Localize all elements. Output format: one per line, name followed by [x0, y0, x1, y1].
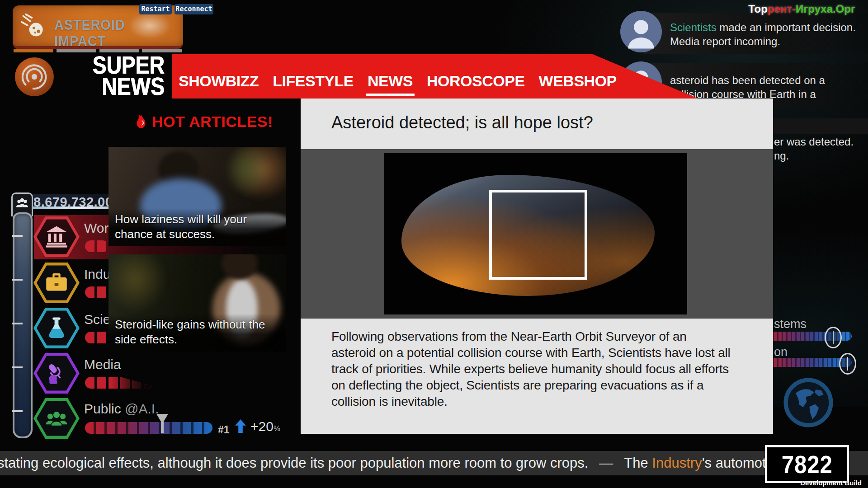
dev-build-label: Development Build [800, 479, 862, 487]
notification-line: Media report incoming. [670, 34, 856, 48]
site-watermark: Торрент-Игруха.Орг [748, 3, 855, 15]
article-headline-panel: Asteroid detected; is all hope lost? [301, 99, 773, 149]
microphone-icon [36, 355, 77, 392]
faction-handle: @A.I. [125, 401, 159, 416]
tab-news[interactable]: NEWS [368, 72, 413, 90]
ticker-separator: — [599, 455, 613, 471]
hot-articles-title: HOT ARTICLES! [152, 113, 273, 131]
population-gauge [13, 212, 33, 438]
faction-label-media: Media [84, 357, 121, 372]
watermark-part: рент- [768, 3, 796, 15]
flame-icon [135, 113, 147, 131]
notification-text-3b: ng. [774, 149, 789, 163]
notification-line: made an important decision. [717, 21, 856, 33]
faction-label-public: Public @A.I. [84, 401, 159, 417]
faction-hex-media[interactable] [33, 352, 80, 395]
briefcase-icon [36, 264, 77, 301]
game-screen: Scientists made an important decision. M… [0, 0, 868, 488]
tab-showbizz[interactable]: SHOWBIZZ [179, 72, 259, 90]
article-body-text: Following observations from the Near-Ear… [331, 328, 734, 410]
supernews-logo-text[interactable]: SUPER NEWS [87, 55, 165, 97]
user-avatar-icon [620, 11, 662, 52]
gauge-tick [12, 366, 23, 368]
notification-line: asteroid has been detected on a [670, 73, 825, 87]
objective-progress-segment [99, 49, 139, 52]
tab-lifestyle[interactable]: LIFESTYLE [273, 72, 354, 90]
notification-text-3: er was detected. [774, 135, 854, 149]
article-image-band [301, 149, 773, 319]
news-nav-tabs: SHOWBIZZ LIFESTYLE NEWS HOROSCOPE WEBSHO… [179, 72, 617, 90]
watermark-part: Игруха.Орг [796, 3, 855, 15]
faction-name: Public [84, 401, 121, 416]
news-ticker: stating ecological effects, although it … [0, 451, 868, 475]
tab-webshop[interactable]: WEBSHOP [539, 72, 617, 90]
faction-hex-public[interactable] [33, 397, 80, 440]
notification-actor: Scientists [670, 21, 717, 33]
slider-label-1: stems [774, 317, 807, 331]
ticker-text: stating ecological effects, although it … [0, 455, 795, 471]
article-headline: Asteroid detected; is all hope lost? [331, 113, 593, 132]
reconnect-button[interactable]: Reconnect [175, 4, 213, 14]
slider-label-2: on [774, 345, 788, 359]
gauge-tick [12, 323, 23, 324]
trend-up-icon [235, 419, 246, 433]
watermark-part: Тор [748, 3, 767, 15]
faction-hex-scientists[interactable] [33, 306, 80, 350]
article-body-panel: Following observations from the Near-Ear… [301, 319, 773, 434]
article-caption: How laziness will kill your chance at su… [108, 208, 286, 246]
slider-handle-2[interactable] [839, 353, 856, 375]
public-opinion-bar [85, 422, 212, 434]
article-card-laziness[interactable]: How laziness will kill your chance at su… [108, 147, 286, 246]
flask-icon [36, 310, 77, 347]
trend-unit: % [274, 424, 280, 433]
gauge-tick [12, 410, 23, 412]
article-card-steroid[interactable]: Steroid-like gains without the side effe… [108, 254, 286, 352]
target-square-marker [489, 190, 587, 280]
ticker-highlight: Industry [652, 455, 702, 471]
gauge-tick [12, 279, 23, 281]
hot-articles-heading: HOT ARTICLES! [135, 113, 273, 131]
score-counter: 7822 [781, 450, 832, 479]
objective-progress-segment [57, 49, 96, 52]
globe-icon [782, 376, 835, 429]
rank-badge: #1 [218, 424, 230, 436]
supernews-logo-icon[interactable] [15, 57, 54, 96]
bank-icon [36, 218, 77, 255]
faction-hex-industry[interactable] [33, 261, 80, 305]
ticker-segment-2: The [624, 455, 652, 471]
restart-button[interactable]: Restart [139, 4, 172, 14]
objective-progress-segment [14, 49, 53, 52]
comet-icon [20, 13, 47, 40]
article-caption: Steroid-like gains without the side effe… [108, 314, 286, 352]
game-title: ASTEROID IMPACT [54, 17, 172, 50]
objective-progress-segment [142, 49, 182, 52]
notification-text-1: Scientists made an important decision. M… [670, 20, 856, 48]
gauge-tick [12, 235, 23, 237]
trend-number: +20 [250, 419, 274, 434]
score-counter-box: 7822 [765, 445, 849, 483]
slider-handle-1[interactable] [825, 327, 842, 348]
logo-line-2: NEWS [87, 76, 165, 97]
crowd-icon [36, 400, 77, 437]
tab-horoscope[interactable]: HOROSCOPE [427, 72, 525, 90]
asteroid-photo [384, 153, 687, 314]
trend-value: +20% [250, 419, 280, 434]
faction-bar-media [85, 377, 153, 389]
faction-bar-world-leaders [85, 240, 108, 252]
population-counter: 8,679,732,000 [33, 195, 120, 210]
ticker-segment-1: stating ecological effects, although it … [0, 455, 588, 471]
